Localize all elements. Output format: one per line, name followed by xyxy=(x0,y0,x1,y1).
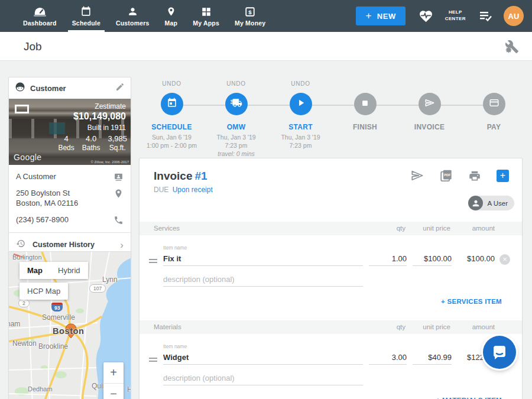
credit-card-icon xyxy=(489,98,499,111)
hcp-map-button[interactable]: HCP Map xyxy=(20,283,68,300)
materials-section-header: Materials qty unit price amount xyxy=(140,320,522,334)
nav-item-my-apps[interactable]: My Apps xyxy=(185,0,227,32)
pay-step-button[interactable] xyxy=(483,93,505,115)
new-button[interactable]: + NEW xyxy=(356,7,405,25)
material-unit-price-input[interactable] xyxy=(413,351,452,365)
chevron-right-icon: › xyxy=(120,240,124,250)
calendar-icon xyxy=(167,98,177,111)
service-unit-price-input[interactable] xyxy=(413,252,452,266)
service-description-input[interactable] xyxy=(163,273,363,287)
nav-item-dashboard[interactable]: Dashboard xyxy=(15,0,64,32)
zoom-in-button[interactable]: + xyxy=(103,362,124,383)
service-amount: $100.00 xyxy=(467,254,495,263)
map-label-newton: Newton xyxy=(12,339,37,348)
service-qty-input[interactable] xyxy=(369,252,407,266)
print-icon[interactable] xyxy=(468,170,481,182)
invoice-number[interactable]: #1 xyxy=(194,170,207,182)
invoice-step-button[interactable] xyxy=(419,93,441,115)
google-watermark: Google xyxy=(14,153,42,162)
contact-card-icon[interactable] xyxy=(113,172,124,184)
map-label-waltham: ham xyxy=(8,320,20,328)
assigned-user-pill[interactable]: A User xyxy=(468,196,514,210)
nav-item-customers[interactable]: Customers xyxy=(108,0,157,32)
finish-step-button[interactable] xyxy=(354,93,377,115)
map-label-boston: Boston xyxy=(53,326,85,336)
page-title: Job xyxy=(24,40,42,53)
timeline-step-pay: PAY xyxy=(462,80,526,158)
apps-grid-icon xyxy=(201,5,212,17)
service-item-name-input[interactable] xyxy=(163,252,363,266)
nav-item-schedule[interactable]: Schedule xyxy=(64,0,108,32)
schedule-icon xyxy=(80,5,92,17)
address-line1: 250 Boylston St xyxy=(16,189,108,198)
customer-name: A Customer xyxy=(16,172,56,181)
undo-start-button[interactable]: UNDO xyxy=(291,80,310,87)
map-label-somerville: Somerville xyxy=(42,313,75,322)
section-title: Services xyxy=(154,225,180,232)
zillow-copyright: © Zillow, Inc. 2006-2017 xyxy=(91,160,129,164)
street-view-icon[interactable] xyxy=(15,105,29,113)
zoom-out-button[interactable]: − xyxy=(103,384,124,399)
play-icon xyxy=(296,98,306,111)
delete-service-item-button[interactable]: × xyxy=(499,254,510,265)
phone-icon[interactable] xyxy=(113,215,124,228)
dashboard-icon xyxy=(34,5,46,17)
add-material-item-link[interactable]: + MATERIALS ITEM xyxy=(436,397,502,399)
material-item-name-input[interactable] xyxy=(163,351,363,365)
chat-smile-icon xyxy=(491,344,508,361)
svg-text:$: $ xyxy=(248,9,252,15)
start-step-button[interactable] xyxy=(290,93,312,115)
customers-icon xyxy=(127,5,138,17)
health-heart-icon[interactable] xyxy=(419,9,433,23)
baths-label: Baths xyxy=(82,144,100,152)
help-center-button[interactable]: HELP CENTER xyxy=(445,9,466,22)
schedule-step-button[interactable] xyxy=(161,93,183,115)
nav-item-my-money[interactable]: $ My Money xyxy=(227,0,273,32)
user-avatar[interactable]: AU xyxy=(504,6,524,26)
nav-label: My Apps xyxy=(193,20,219,27)
map-label-brookline: Brookline xyxy=(38,342,68,351)
map-type-map-button[interactable]: Map xyxy=(20,262,50,279)
customer-card: Customer Zestimate $10,149,080 Built in … xyxy=(8,77,131,257)
customer-card-title: Customer xyxy=(30,84,115,93)
send-invoice-icon[interactable] xyxy=(410,170,424,181)
due-value-link[interactable]: Upon receipt xyxy=(173,186,213,194)
drag-handle[interactable] xyxy=(149,259,157,263)
task-list-icon[interactable] xyxy=(479,10,493,22)
step-date: Thu, Jan 3 '197:23 pmtravel: 0 mins xyxy=(216,133,255,158)
add-invoice-button[interactable]: + xyxy=(497,170,509,182)
map-type-hybrid-button[interactable]: Hybrid xyxy=(50,262,88,279)
job-settings-wrench-gear-icon[interactable] xyxy=(505,40,519,56)
edit-pencil-icon[interactable] xyxy=(115,82,125,94)
add-service-item-link[interactable]: + SERVICES ITEM xyxy=(441,298,502,305)
drag-handle[interactable] xyxy=(149,358,157,362)
help-center-line2: CENTER xyxy=(445,16,466,22)
material-qty-input[interactable] xyxy=(369,351,407,365)
pdf-icon[interactable]: PDF xyxy=(439,169,453,182)
nav-label: Schedule xyxy=(72,20,100,27)
chat-launcher-button[interactable] xyxy=(483,336,516,369)
step-date: Sun, Jan 6 '191:00 pm - 2:00 pm xyxy=(147,133,197,150)
nav-item-map[interactable]: Map xyxy=(157,0,186,32)
item-name-label: Item name xyxy=(163,245,187,251)
map-pin-icon[interactable] xyxy=(113,189,124,201)
map-pin-icon xyxy=(166,5,176,17)
undo-omw-button[interactable]: UNDO xyxy=(226,80,246,87)
beds-label: Beds xyxy=(58,144,74,152)
material-description-input[interactable] xyxy=(163,371,363,385)
property-stats: 4Beds 4.0Baths 3,985Sq.ft. xyxy=(50,134,127,152)
nav-label: Map xyxy=(165,20,178,27)
help-center-line1: HELP xyxy=(445,9,466,16)
zestimate-value: $10,149,080 xyxy=(73,111,126,122)
undo-schedule-button[interactable]: UNDO xyxy=(162,80,181,87)
customer-details: A Customer 250 Boylston St Boston, MA 02… xyxy=(9,165,131,225)
map-label-dedham: Dedham xyxy=(28,385,53,392)
timeline-step-invoice: INVOICE xyxy=(397,80,462,158)
route-2-shield: 2 xyxy=(18,299,30,307)
omw-step-button[interactable] xyxy=(225,93,248,115)
money-icon: $ xyxy=(245,5,255,17)
property-photo[interactable]: Zestimate $10,149,080 Built in 1911 4Bed… xyxy=(9,99,131,165)
step-date: Thu, Jan 3 '197:23 pm xyxy=(281,133,320,150)
baths-value: 4.0 xyxy=(82,134,100,143)
step-label: PAY xyxy=(487,123,501,131)
